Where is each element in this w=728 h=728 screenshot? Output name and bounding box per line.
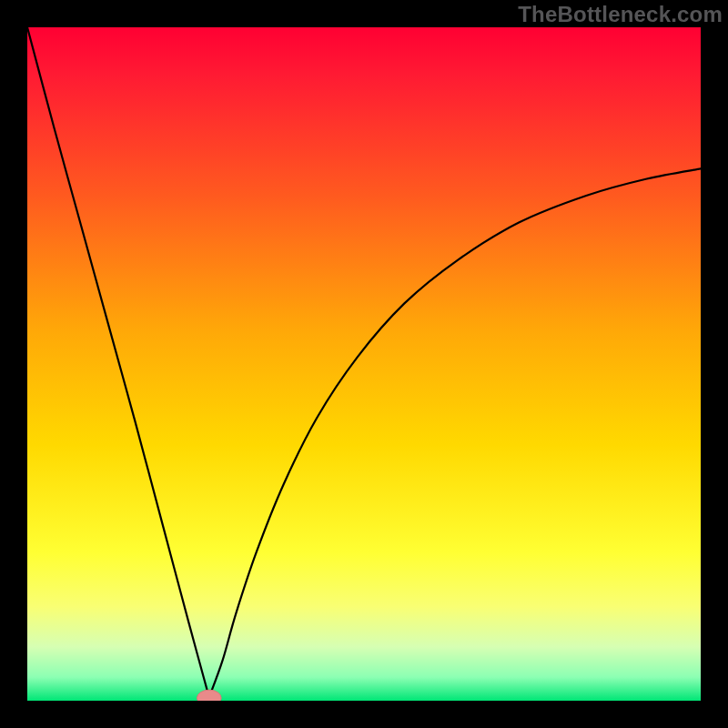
chart-plot xyxy=(27,27,701,701)
watermark-text: TheBottleneck.com xyxy=(518,2,723,27)
chart-background xyxy=(27,27,701,701)
chart-frame: TheBottleneck.com xyxy=(0,0,728,728)
